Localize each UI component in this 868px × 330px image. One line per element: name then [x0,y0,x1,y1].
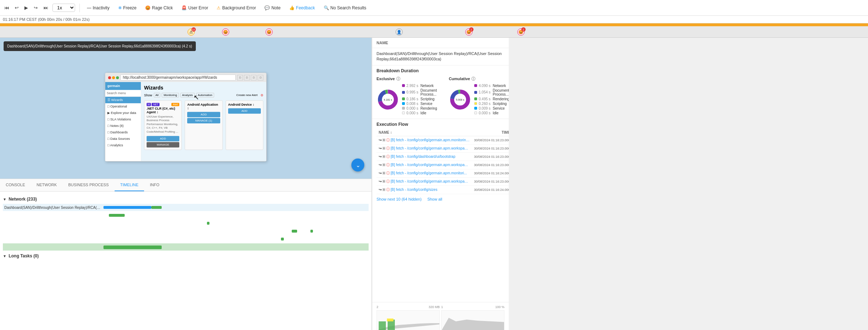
table-row [3,243,369,251]
table-row: ↪ B ⓘ [B] fetch - /config/config/sizes 3… [377,185,509,194]
browser-frame: http://localhost:3000/germainapm/workspa… [105,73,267,161]
wizard-tab-automation[interactable]: Automation [196,93,214,97]
tab-console[interactable]: CONSOLE [0,179,31,191]
sidebar-item-dashboards[interactable]: □ Dashboards [105,129,141,136]
rage-event-icon-3[interactable]: 😡 2 [465,28,472,36]
exec-info-icon[interactable]: ⓘ [386,179,390,184]
network-section-header[interactable]: ▼ Network (233) [3,194,369,204]
rage-event-icon-1[interactable]: 😡 [222,28,229,36]
nb2 [109,214,125,217]
browser-btn-4[interactable]: □ [258,75,263,81]
freeze-filter-button[interactable]: ❄ Freeze [115,4,139,12]
no-search-results-filter-button[interactable]: 🔍 No Search Results [321,4,369,12]
exec-info-icon[interactable]: ⓘ [386,187,390,192]
legend-item: 0.000 s Rendering [402,106,443,110]
sidebar-item-notes[interactable]: □ Notes (8) [105,123,141,129]
sidebar-item-analytics[interactable]: □ Analytics [105,142,141,148]
android-app-add-button[interactable]: ADD [187,112,220,117]
wizard-card-android-app: Android Application ↕ ADD MANAGE (1) [185,100,222,150]
tab-timeline[interactable]: TIMELINE [115,179,144,191]
bottom-tabs: CONSOLE NETWORK BUSINESS PROCESS TIMELIN… [0,179,371,192]
browser-btn-2[interactable]: □ [244,75,250,81]
create-alert-button[interactable]: Create new Alert [235,93,259,97]
scroll-down-button[interactable]: ⌄ [351,159,364,171]
rage-event-icon-2[interactable]: 😡 [266,28,273,36]
legend-dot [402,84,405,87]
wizard-tab-analysis[interactable]: Analysis [180,93,195,97]
exec-arrow-icon[interactable]: ↪ [379,138,382,142]
right-panel: NAME Dashboard(SAN)/Drillthrough(User Se… [372,38,509,330]
browser-btn-1[interactable]: □ [237,75,243,81]
show-next-button[interactable]: Show next 10 (64 hidden) [377,196,421,203]
freeze-label: Freeze [123,5,137,10]
note-label: Note [271,5,280,10]
warning-event-icon[interactable]: ⚠ 10 [188,28,195,36]
exec-arrow-icon[interactable]: ↪ [379,171,382,175]
svg-rect-12 [379,321,386,330]
show-all-button[interactable]: Show all [424,196,445,203]
play-button[interactable]: ▶ [23,4,29,12]
feedback-filter-button[interactable]: 👍 Feedback [286,4,318,12]
timeline-progress-bar[interactable] [0,23,868,26]
sidebar-item-datasources[interactable]: □ Data Sources [105,136,141,142]
rewind-button[interactable]: ↩ [13,4,20,12]
legend-item: 0.000 s Idle [474,111,509,115]
rage-event-icon-4[interactable]: 😡 2 [517,28,525,36]
exec-b-icon: B [382,171,385,175]
exec-arrow-icon[interactable]: ↪ [379,155,382,159]
android-app-manage-button[interactable]: MANAGE (1) [187,118,220,123]
inactivity-filter-button[interactable]: — Inactivity [84,4,112,12]
browser-btn-3[interactable]: □ [251,75,257,81]
background-error-icon: ⚠ [217,5,221,10]
settings-icon[interactable]: ⚙ [260,93,263,97]
sidebar-item-wizards[interactable]: ☰ Wizards [105,97,141,103]
app-sidebar: germain Search menu ☰ Wizards □ Operatio… [105,82,141,161]
browser-controls: □ □ □ □ [237,75,263,81]
long-tasks-section-header[interactable]: ▼ Long Tasks (0) [3,251,369,261]
ms-logo: M [147,103,151,106]
legend-item: 0.008 s Service [402,102,443,106]
legend-item: 0.260 s Scripting [474,102,509,106]
dotnet-logo: M .NET [147,103,160,106]
user-error-filter-button[interactable]: 🚨 User Error [179,4,211,12]
background-error-filter-button[interactable]: ⚠ Background Error [214,4,259,12]
exec-arrow-icon[interactable]: ↪ [379,163,382,167]
exec-info-icon[interactable]: ⓘ [386,162,390,168]
tab-network[interactable]: NETWORK [31,179,63,191]
skip-forward-button[interactable]: ⏭ [42,4,50,12]
note-icon: 💬 [264,5,270,10]
long-tasks-label: Long Tasks (0) [9,253,39,258]
sidebar-item-explore[interactable]: ▶ Explore your data [105,110,141,116]
memory-chart-area [377,310,440,330]
exec-arrow-icon[interactable]: ↪ [379,146,382,150]
tab-business-process[interactable]: BUSINESS PROCESS [63,179,114,191]
table-row: ↪ B ⓘ [B] fetch - /config/config/germain… [377,177,509,185]
speed-select[interactable]: 0.5x 1x 2x 4x [52,4,75,12]
exec-arrow-icon[interactable]: ↪ [379,188,382,192]
exclusive-info-icon[interactable]: ⓘ [396,76,400,82]
wizard-tab-monitoring[interactable]: Monitoring [162,93,179,97]
tab-info[interactable]: INFO [144,179,165,191]
sidebar-item-sla[interactable]: □ SLA Violations [105,116,141,123]
exec-info-icon[interactable]: ⓘ [386,154,390,159]
exclusive-col: Exclusive ⓘ 4.181 s [377,76,443,116]
exec-arrow-icon[interactable]: ↪ [379,179,382,183]
exec-info-icon[interactable]: ⓘ [386,138,390,143]
browser-dot-green [116,76,119,79]
forward-button[interactable]: ↪ [32,4,39,12]
no-search-results-icon: 🔍 [324,5,329,10]
long-tasks-chevron-icon: ▼ [3,254,6,258]
android-device-add-button[interactable]: ADD [228,108,261,114]
exec-info-icon[interactable]: ⓘ [386,171,390,176]
dotnet-add-button[interactable]: ADD [147,136,179,141]
skip-back-button[interactable]: ⏮ [3,4,10,12]
cumulative-info-icon[interactable]: ⓘ [471,76,475,82]
wizard-tab-all[interactable]: All [154,93,161,97]
note-filter-button[interactable]: 💬 Note [262,4,283,12]
rage-click-filter-button[interactable]: 😡 Rage Click [142,4,176,12]
person-event-icon[interactable]: 👤 [396,28,403,36]
scrubber[interactable]: ⚠ 10 😡 😡 👤 😡 2 😡 2 [0,26,868,38]
exec-info-icon[interactable]: ⓘ [386,146,390,151]
dotnet-manage-button[interactable]: MANAGE [147,142,179,147]
sidebar-item-operational[interactable]: □ Operational [105,103,141,110]
